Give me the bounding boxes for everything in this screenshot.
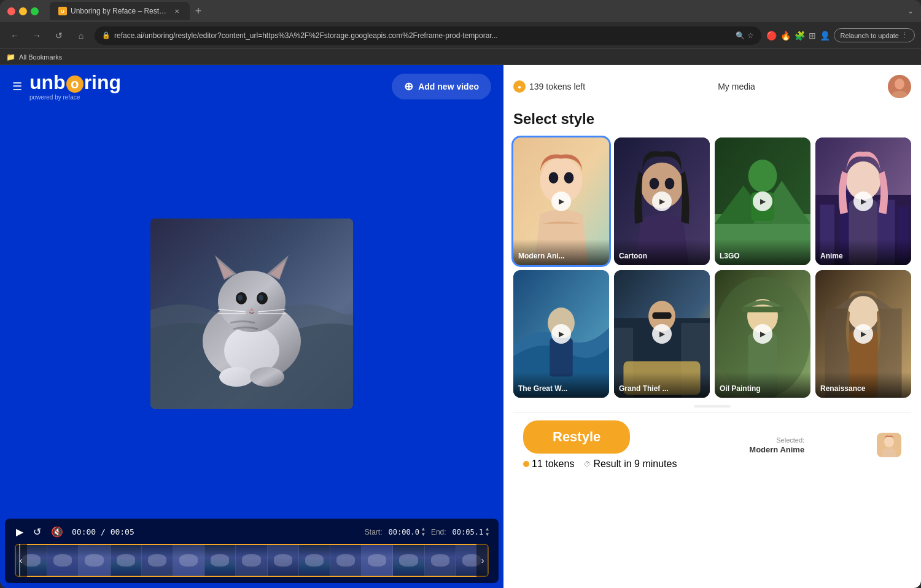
selected-name: Modern Anime xyxy=(749,445,804,454)
end-value[interactable]: 00:05.1 ▲ ▼ xyxy=(453,527,489,537)
profile-icon[interactable]: 👤 xyxy=(820,31,830,41)
add-new-video-button[interactable]: ⊕ Add new video xyxy=(392,74,491,99)
home-button[interactable]: ⌂ xyxy=(72,27,90,44)
selected-thumbnail xyxy=(877,433,901,457)
left-panel: ☰ unboring powered by reface ⊕ Add new v… xyxy=(0,65,503,588)
app-container: ☰ unboring powered by reface ⊕ Add new v… xyxy=(0,65,921,588)
tab-favicon: U xyxy=(58,7,67,15)
frame-3 xyxy=(111,545,142,576)
start-arrows[interactable]: ▲ ▼ xyxy=(422,527,425,537)
toolbar-right: 🔴 🔥 🧩 ⊞ 👤 Relaunch to update ⋮ xyxy=(766,28,915,42)
style-label-l3go: L3GO xyxy=(715,239,810,265)
all-bookmarks-label[interactable]: All Bookmarks xyxy=(19,53,62,61)
frame-8 xyxy=(268,545,299,576)
active-tab[interactable]: U Unboring by Reface – Restyle... ✕ xyxy=(50,2,190,20)
cat-illustration xyxy=(150,219,353,409)
tokens-badge: ● 139 tokens left xyxy=(513,80,585,93)
frame-11 xyxy=(362,545,393,576)
tab-label: Unboring by Reface – Restyle... xyxy=(71,7,169,15)
timeline-container[interactable]: ‹ xyxy=(15,544,489,577)
user-avatar[interactable] xyxy=(888,75,911,98)
style-card-cartoon[interactable]: ▶ Cartoon xyxy=(614,137,710,265)
timeline-right-arrow[interactable]: › xyxy=(476,544,489,577)
logo-suffix: ring xyxy=(84,71,121,93)
maximize-button[interactable] xyxy=(31,7,39,15)
coin-icon: ● xyxy=(513,80,526,93)
logo: unboring powered by reface xyxy=(29,72,121,101)
style-grid: ▶ Modern Ani... xyxy=(513,137,911,398)
play-button[interactable]: ▶ xyxy=(15,525,25,539)
puzzle-icon[interactable]: 🧩 xyxy=(795,31,805,41)
loop-button[interactable]: ↺ xyxy=(32,525,42,539)
frame-10 xyxy=(330,545,362,576)
start-value[interactable]: 00:00.0 ▲ ▼ xyxy=(389,527,425,537)
bookmark-icon[interactable]: ☆ xyxy=(747,31,754,40)
frame-12 xyxy=(393,545,424,576)
relaunch-button[interactable]: Relaunch to update ⋮ xyxy=(834,28,915,42)
end-down-arrow[interactable]: ▼ xyxy=(486,532,489,537)
style-label-renaissance: Renaissance xyxy=(815,372,911,398)
minimize-button[interactable] xyxy=(19,7,27,15)
video-thumbnail xyxy=(150,219,353,409)
fire-icon[interactable]: 🔥 xyxy=(780,31,791,41)
style-card-anime[interactable]: ▶ Anime xyxy=(815,137,911,265)
frame-4 xyxy=(142,545,173,576)
close-button[interactable] xyxy=(7,7,15,15)
avatar-placeholder xyxy=(888,75,911,98)
trim-controls: Start: 00:00.0 ▲ ▼ End: 00:05.1 xyxy=(365,527,489,537)
grid-icon[interactable]: ⊞ xyxy=(809,31,816,41)
svg-point-20 xyxy=(895,79,904,90)
tab-close-icon[interactable]: ✕ xyxy=(173,7,181,15)
style-card-renaissance[interactable]: ▶ Renaissance xyxy=(815,270,911,398)
forward-button[interactable]: → xyxy=(28,27,45,44)
bottom-bar-info: 11 tokens ⏱ Result in 9 minutes xyxy=(523,458,677,470)
time-estimate: ⏱ Result in 9 minutes xyxy=(584,458,677,470)
svg-rect-53 xyxy=(742,306,784,312)
browser-frame: U Unboring by Reface – Restyle... ✕ + ⌄ … xyxy=(0,0,921,588)
style-card-l3go[interactable]: ▶ L3GO xyxy=(715,137,810,265)
svg-point-28 xyxy=(665,178,675,190)
end-label: End: xyxy=(431,528,446,536)
tab-bar: U Unboring by Reface – Restyle... ✕ + xyxy=(50,2,207,20)
play-overlay-l3go: ▶ xyxy=(753,191,772,211)
new-tab-button[interactable]: + xyxy=(190,2,207,20)
back-button[interactable]: ← xyxy=(6,27,23,44)
hamburger-menu-icon[interactable]: ☰ xyxy=(12,80,22,93)
svg-point-24 xyxy=(564,172,574,184)
restyle-button[interactable]: Restyle xyxy=(523,420,630,454)
svg-rect-49 xyxy=(652,312,671,319)
search-icon[interactable]: 🔍 xyxy=(736,31,745,40)
address-bar[interactable]: 🔒 reface.ai/unboring/restyle/editor?cont… xyxy=(95,26,761,45)
plus-circle-icon: ⊕ xyxy=(404,80,413,93)
svg-point-27 xyxy=(650,178,659,190)
style-card-grand-thief[interactable]: ▶ Grand Thief ... xyxy=(614,270,710,398)
right-header: ● 139 tokens left My media xyxy=(513,75,911,98)
timeline-left-arrow[interactable]: ‹ xyxy=(15,544,27,577)
my-media-button[interactable]: My media xyxy=(718,82,755,91)
frame-9 xyxy=(299,545,330,576)
timeline-track: ‹ xyxy=(15,544,489,577)
svg-point-11 xyxy=(258,295,263,301)
right-panel: ● 139 tokens left My media Select style xyxy=(503,65,921,588)
style-card-great-wave[interactable]: ▶ The Great W... xyxy=(513,270,609,398)
selected-prefix: Selected: xyxy=(776,436,804,444)
current-time: 00:00 / 00:05 xyxy=(72,527,134,536)
frame-1 xyxy=(47,545,79,576)
play-overlay-modern-anime: ▶ xyxy=(551,191,571,211)
style-card-modern-anime[interactable]: ▶ Modern Ani... xyxy=(513,137,609,265)
svg-point-60 xyxy=(884,436,894,447)
address-bar-icons: 🔍 ☆ xyxy=(736,31,754,40)
extensions-icon[interactable]: 🔴 xyxy=(766,31,777,41)
play-overlay-great-wave: ▶ xyxy=(551,324,571,344)
end-up-arrow[interactable]: ▲ xyxy=(486,527,489,532)
start-up-arrow[interactable]: ▲ xyxy=(422,527,425,532)
play-overlay-anime: ▶ xyxy=(853,191,873,211)
reload-button[interactable]: ↺ xyxy=(50,27,68,44)
mute-button[interactable]: 🔇 xyxy=(50,525,64,539)
end-arrows[interactable]: ▲ ▼ xyxy=(486,527,489,537)
logo-o-letter: o xyxy=(66,75,84,93)
style-card-oil-painting[interactable]: ▶ Oil Painting xyxy=(715,270,810,398)
start-label: Start: xyxy=(365,528,383,536)
timeline-frames xyxy=(16,545,488,576)
start-down-arrow[interactable]: ▼ xyxy=(422,532,425,537)
